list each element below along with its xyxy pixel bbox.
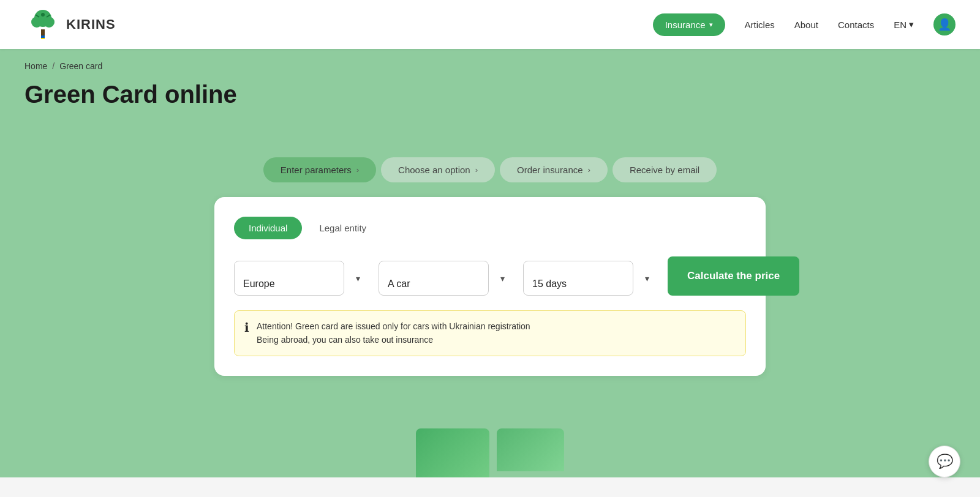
svg-rect-2 (41, 38, 45, 39)
teaser-card-1 (416, 428, 489, 477)
vehicle-field: Vehicle A car A truck A bus (379, 261, 513, 296)
logo-icon (24, 6, 61, 43)
bottom-teaser (416, 428, 564, 477)
step-receive-email[interactable]: Receive by email (612, 157, 717, 182)
duration-select[interactable]: 15 days 1 month 2 months 3 months 6 mont… (523, 261, 633, 296)
chevron-down-icon: ▾ (709, 21, 713, 29)
tab-legal-entity[interactable]: Legal entity (304, 217, 381, 239)
logo[interactable]: KIRINS (24, 6, 116, 43)
steps-bar: Enter parameters › Choose an option › Or… (24, 157, 956, 182)
duration-select-wrapper: 15 days 1 month 2 months 3 months 6 mont… (523, 261, 658, 296)
chevron-down-icon: ▾ (909, 19, 914, 30)
entity-tabs: Individual Legal entity (234, 217, 746, 239)
alert-text: Attention! Green card are issued only fo… (257, 320, 530, 347)
breadcrumb-home[interactable]: Home (24, 61, 47, 71)
step-order-insurance[interactable]: Order insurance › (500, 157, 608, 182)
direction-select[interactable]: Europe Worldwide (234, 261, 344, 296)
step-arrow-icon: › (475, 165, 478, 174)
direction-select-wrapper: Europe Worldwide (234, 261, 369, 296)
header: KIRINS Insurance ▾ Articles About Contac… (0, 0, 980, 49)
step-arrow-icon: › (588, 165, 590, 174)
form-card: Individual Legal entity Direction of tra… (214, 197, 766, 376)
logo-text: KIRINS (66, 17, 116, 32)
main-content: Home / Green card Green Card online Ente… (0, 49, 980, 477)
form-row: Direction of travel Europe Worldwide Veh… (234, 256, 746, 296)
nav-articles-link[interactable]: Articles (745, 20, 775, 30)
nav-about-link[interactable]: About (794, 20, 818, 30)
calculate-price-button[interactable]: Calculate the price (668, 256, 799, 296)
nav-contacts-link[interactable]: Contacts (838, 20, 874, 30)
alert-box: ℹ Attention! Green card are issued only … (234, 310, 746, 356)
breadcrumb-current: Green card (59, 61, 102, 71)
svg-point-8 (41, 13, 45, 17)
vehicle-select[interactable]: A car A truck A bus (379, 261, 489, 296)
svg-point-5 (43, 17, 55, 28)
direction-field: Direction of travel Europe Worldwide (234, 261, 369, 296)
page-title: Green Card online (24, 81, 956, 108)
duration-field: Duration 15 days 1 month 2 months 3 mont… (523, 261, 658, 296)
step-enter-parameters[interactable]: Enter parameters › (263, 157, 376, 182)
chat-button[interactable]: 💬 (929, 446, 960, 477)
breadcrumb: Home / Green card (24, 61, 956, 71)
insurance-dropdown-button[interactable]: Insurance ▾ (653, 13, 725, 36)
info-icon: ℹ (244, 320, 249, 335)
breadcrumb-separator: / (52, 61, 55, 71)
vehicle-select-wrapper: A car A truck A bus (379, 261, 513, 296)
svg-rect-1 (41, 36, 45, 38)
svg-point-4 (31, 17, 42, 28)
nav-right: Insurance ▾ Articles About Contacts EN ▾… (653, 13, 956, 36)
language-selector[interactable]: EN ▾ (894, 19, 914, 30)
tab-individual[interactable]: Individual (234, 217, 302, 239)
step-arrow-icon: › (356, 165, 359, 174)
teaser-card-2 (497, 428, 564, 471)
user-avatar[interactable]: 👤 (933, 13, 956, 36)
step-choose-option[interactable]: Choose an option › (381, 157, 495, 182)
chat-icon: 💬 (937, 454, 953, 469)
